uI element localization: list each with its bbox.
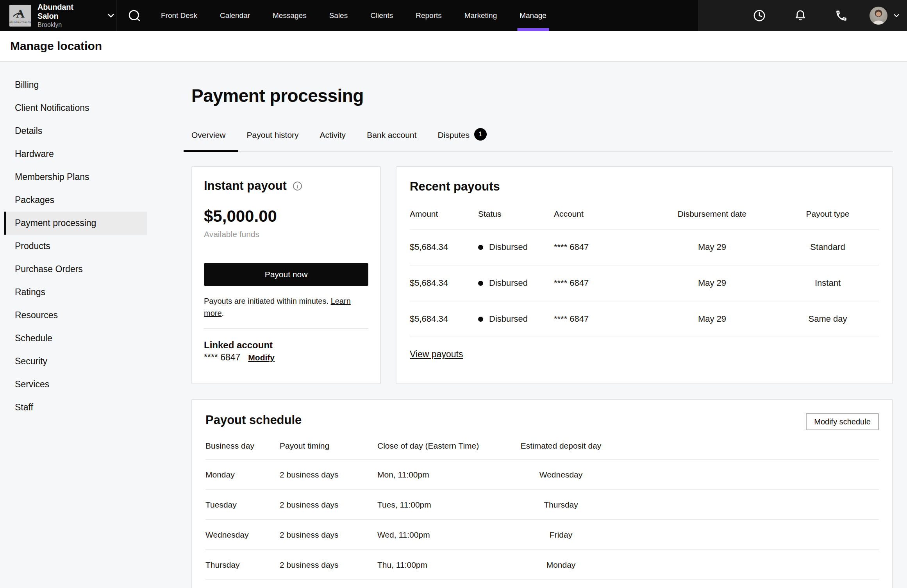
sidebar-item-ratings[interactable]: Ratings <box>0 281 156 304</box>
payout-note-suffix: . <box>222 309 224 317</box>
sidebar-item-resources[interactable]: Resources <box>0 304 156 327</box>
recent-activity-clock-icon[interactable] <box>753 9 766 22</box>
notifications-bell-icon[interactable] <box>794 9 807 22</box>
available-funds-amount: $5,000.00 <box>204 207 368 226</box>
user-avatar <box>870 7 887 25</box>
column-header-close-of-day: Close of day (Eastern Time) <box>377 441 510 451</box>
nav-item-calendar[interactable]: Calendar <box>220 0 250 31</box>
tab-label: Bank account <box>367 130 416 140</box>
column-header-disbursement-date: Disbursement date <box>648 209 777 219</box>
sidebar-item-services[interactable]: Services <box>0 373 156 396</box>
phone-icon[interactable] <box>835 9 848 22</box>
schedule-payout-timing: 2 business days <box>280 470 377 479</box>
tab-label: Payout history <box>247 130 299 140</box>
nav-item-reports[interactable]: Reports <box>416 0 442 31</box>
schedule-table-row: Wednesday 2 business days Wed, 11:00pm F… <box>205 519 879 549</box>
schedule-close-of-day: Thu, 11:00pm <box>377 560 510 570</box>
tab-bank-account[interactable]: Bank account <box>367 129 416 151</box>
column-header-account: Account <box>554 209 648 219</box>
payout-amount: $5,684.34 <box>410 314 478 324</box>
sidebar-item-staff[interactable]: Staff <box>0 396 156 419</box>
sidebar-item-products[interactable]: Products <box>0 235 156 258</box>
nav-item-front-desk[interactable]: Front Desk <box>161 0 197 31</box>
recent-payouts-header-row: Amount Status Account Disbursement date … <box>410 209 879 229</box>
payout-account: **** 6847 <box>554 242 648 252</box>
recent-payouts-title: Recent payouts <box>410 180 879 194</box>
tab-overview[interactable]: Overview <box>191 129 226 151</box>
modify-schedule-button[interactable]: Modify schedule <box>806 413 879 430</box>
schedule-close-of-day: Mon, 11:00pm <box>377 470 510 479</box>
page-header-title: Manage location <box>10 39 102 53</box>
modify-account-link[interactable]: Modify <box>248 353 275 362</box>
sidebar-item-client-notifications[interactable]: Client Notifications <box>0 96 156 119</box>
instant-payout-card: Instant payout $5,000.00 Available funds… <box>191 166 381 384</box>
user-menu[interactable] <box>870 7 901 25</box>
nav-item-marketing[interactable]: Marketing <box>464 0 497 31</box>
sidebar-item-schedule[interactable]: Schedule <box>0 327 156 350</box>
tab-disputes[interactable]: Disputes 1 <box>437 129 487 151</box>
schedule-business-day: Wednesday <box>205 530 280 540</box>
column-header-payout-timing: Payout timing <box>280 441 377 451</box>
column-header-estimated-deposit-day: Estimated deposit day <box>510 441 612 451</box>
info-icon[interactable] <box>292 181 303 191</box>
disputes-count-badge: 1 <box>474 128 487 141</box>
sidebar-item-details[interactable]: Details <box>0 119 156 143</box>
view-payouts-link[interactable]: View payouts <box>410 349 463 359</box>
payout-date: May 29 <box>648 278 777 288</box>
schedule-business-day: Thursday <box>205 560 280 570</box>
chevron-down-icon <box>106 11 116 21</box>
sidebar-item-purchase-orders[interactable]: Purchase Orders <box>0 258 156 281</box>
schedule-close-of-day: Tues, 11:00pm <box>377 500 510 510</box>
location-switcher[interactable]: A ABUNDANTSALON Abundant Salon Brooklyn <box>0 0 116 31</box>
search-icon[interactable] <box>127 0 141 31</box>
column-header-amount: Amount <box>410 209 478 219</box>
sidebar-item-payment-processing[interactable]: Payment processing <box>4 212 147 235</box>
instant-payout-title: Instant payout <box>204 179 287 193</box>
nav-item-manage[interactable]: Manage <box>520 0 546 31</box>
payout-account: **** 6847 <box>554 314 648 324</box>
schedule-payout-timing: 2 business days <box>280 500 377 510</box>
payout-status: Disbursed <box>489 242 528 252</box>
payout-note: Payouts are initiated within minutes. Le… <box>204 295 368 319</box>
tab-bar: Overview Payout history Activity Bank ac… <box>191 129 893 152</box>
payout-now-button[interactable]: Payout now <box>204 263 368 286</box>
payout-type: Same day <box>777 314 879 324</box>
chevron-down-icon <box>892 11 901 20</box>
column-header-payout-type: Payout type <box>777 209 879 219</box>
nav-item-sales[interactable]: Sales <box>329 0 348 31</box>
payout-table-row: $5,684.34 Disbursed **** 6847 May 29 Sta… <box>410 229 879 265</box>
nav-item-messages[interactable]: Messages <box>273 0 307 31</box>
available-funds-caption: Available funds <box>204 230 368 239</box>
payout-type: Instant <box>777 278 879 288</box>
payout-type: Standard <box>777 242 879 252</box>
payout-table-row: $5,684.34 Disbursed **** 6847 May 29 Sam… <box>410 301 879 337</box>
linked-account-number: **** 6847 <box>204 352 240 363</box>
salon-name: Abundant Salon <box>37 3 96 21</box>
payout-schedule-title: Payout schedule <box>205 413 302 427</box>
sidebar-item-security[interactable]: Security <box>0 350 156 373</box>
tab-label: Activity <box>320 130 346 140</box>
sidebar-item-membership-plans[interactable]: Membership Plans <box>0 166 156 189</box>
salon-logo: A ABUNDANTSALON <box>9 5 31 27</box>
page-title: Payment processing <box>191 85 893 106</box>
column-header-business-day: Business day <box>205 441 280 451</box>
nav-item-clients[interactable]: Clients <box>370 0 393 31</box>
schedule-deposit-day: Thursday <box>510 500 612 510</box>
app-window: A ABUNDANTSALON Abundant Salon Brooklyn … <box>0 0 907 588</box>
payout-account: **** 6847 <box>554 278 648 288</box>
schedule-table-row-partial <box>205 579 879 588</box>
schedule-table-row: Tuesday 2 business days Tues, 11:00pm Th… <box>205 489 879 519</box>
tab-activity[interactable]: Activity <box>320 129 346 151</box>
payout-amount: $5,684.34 <box>410 278 478 288</box>
recent-payouts-footer: View payouts <box>410 337 879 360</box>
top-navigation-bar: A ABUNDANTSALON Abundant Salon Brooklyn … <box>0 0 907 31</box>
settings-sidebar: Billing Client Notifications Details Har… <box>0 62 156 587</box>
sidebar-item-packages[interactable]: Packages <box>0 189 156 212</box>
sidebar-item-billing[interactable]: Billing <box>0 73 156 96</box>
schedule-deposit-day: Monday <box>510 560 612 570</box>
tab-payout-history[interactable]: Payout history <box>247 129 299 151</box>
sidebar-item-hardware[interactable]: Hardware <box>0 143 156 166</box>
payout-schedule-card: Payout schedule Modify schedule Business… <box>191 399 893 588</box>
schedule-table-row: Thursday 2 business days Thu, 11:00pm Mo… <box>205 549 879 579</box>
payout-schedule-header-row: Business day Payout timing Close of day … <box>205 441 879 459</box>
